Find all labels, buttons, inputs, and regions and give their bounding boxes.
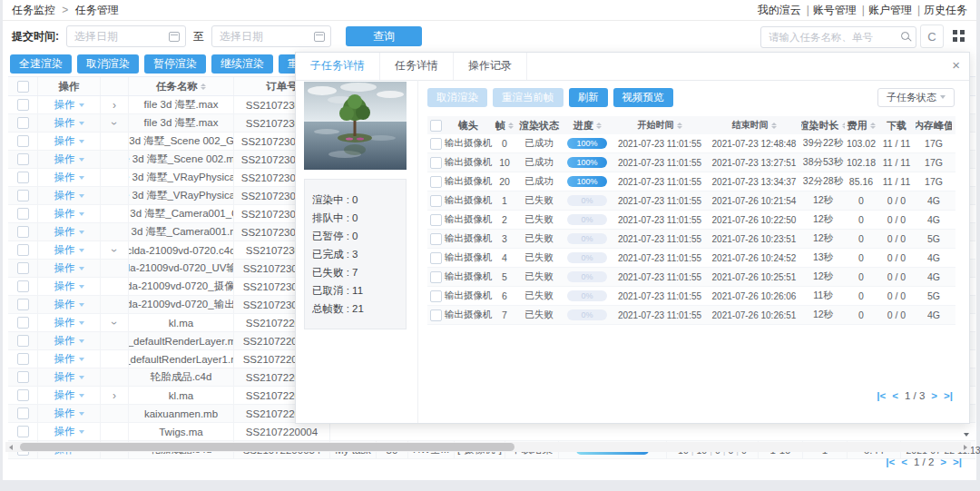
refresh-subtasks-button[interactable]: 刷新 [569,88,608,107]
tab-1[interactable]: 子任务详情 [296,53,380,80]
scrollbar-thumb[interactable] [20,443,514,451]
row-checkbox[interactable] [430,309,442,321]
sort-icon[interactable] [870,123,876,129]
task-row[interactable]: 操作Twigs.maSS2107220004 [8,423,975,441]
action-button-3[interactable]: 暂停渲染 [144,54,206,74]
last-page-icon[interactable]: >| [944,390,953,401]
operation-dropdown[interactable]: 操作 [54,152,84,166]
expand-icon[interactable]: › [108,122,121,125]
row-checkbox[interactable] [17,226,29,238]
row-checkbox[interactable] [17,244,29,256]
sort-icon[interactable] [596,123,602,129]
tab-2[interactable]: 任务详情 [380,53,454,80]
row-checkbox[interactable] [17,389,29,401]
calendar-icon[interactable] [314,32,325,42]
operation-dropdown[interactable]: 操作 [54,334,84,348]
select-all-checkbox[interactable] [17,81,29,93]
row-checkbox[interactable] [430,233,442,245]
operation-dropdown[interactable]: 操作 [54,280,84,293]
top-link-1[interactable]: 我的渲云 [758,3,801,18]
next-page-icon[interactable]: > [931,390,937,401]
row-checkbox[interactable] [17,99,29,111]
top-link-3[interactable]: 账户管理 [868,3,912,18]
subtask-row[interactable]: 输出摄像机20已成功100%2021-07-23 11:01:552021-07… [427,172,956,191]
next-page-icon[interactable]: > [940,457,946,467]
row-checkbox[interactable] [430,252,442,264]
operation-dropdown[interactable]: 操作 [54,425,84,438]
row-checkbox[interactable] [17,208,29,220]
query-button[interactable]: 查询 [346,26,422,46]
action-button-1[interactable]: 全速渲染 [10,54,72,74]
operation-dropdown[interactable]: 操作 [54,98,84,112]
sort-icon[interactable] [771,123,777,129]
row-checkbox[interactable] [430,138,442,150]
operation-dropdown[interactable]: 操作 [54,370,84,384]
action-button-2[interactable]: 取消渲染 [77,54,139,74]
subtask-row[interactable]: 输出摄像机4已失败0%2021-07-23 11:01:552021-07-26… [427,249,956,268]
subtask-row[interactable]: 输出摄像机6已失败0%2021-07-23 11:01:552021-07-26… [427,287,956,306]
row-checkbox[interactable] [430,271,442,283]
expand-icon[interactable]: › [108,321,121,325]
row-checkbox[interactable] [430,195,442,207]
expand-icon[interactable]: › [108,249,121,252]
operation-dropdown[interactable]: 操作 [54,171,84,184]
row-checkbox[interactable] [17,153,29,165]
calendar-icon[interactable] [169,32,180,42]
subtask-row[interactable]: 输出摄像机3已失败0%2021-07-23 11:01:552021-07-26… [427,230,956,249]
grid-view-icon[interactable] [947,25,969,46]
operation-dropdown[interactable]: 操作 [54,116,84,130]
select-all-checkbox[interactable] [430,120,442,132]
subtask-row[interactable]: 输出摄像机2已失败0%2021-07-23 11:01:552021-07-26… [427,211,956,230]
render-preview-thumbnail[interactable] [304,82,407,170]
expand-icon[interactable]: › [113,389,116,402]
prev-page-icon[interactable]: < [892,390,898,401]
breadcrumb-root[interactable]: 任务监控 [12,4,55,16]
scroll-right-icon[interactable] [964,445,967,450]
row-checkbox[interactable] [17,117,29,129]
first-page-icon[interactable]: |< [886,457,895,467]
tab-3[interactable]: 操作记录 [454,53,527,80]
expand-icon[interactable]: › [113,99,116,112]
row-checkbox[interactable] [17,299,29,310]
operation-dropdown[interactable]: 操作 [54,134,84,148]
search-input[interactable] [760,26,916,48]
search-icon[interactable] [901,32,909,40]
row-checkbox[interactable] [430,176,442,188]
row-checkbox[interactable] [17,353,29,365]
scroll-down-icon[interactable] [964,433,969,437]
row-checkbox[interactable] [17,371,29,383]
top-link-4[interactable]: 历史任务 [924,3,967,18]
row-checkbox[interactable] [17,172,29,183]
row-checkbox[interactable] [17,280,29,292]
operation-dropdown[interactable]: 操作 [54,298,84,311]
subtask-row[interactable]: 输出摄像机10已成功100%2021-07-23 11:01:552021-07… [427,153,956,172]
scroll-left-icon[interactable] [9,445,13,450]
operation-dropdown[interactable]: 操作 [54,225,84,239]
operation-dropdown[interactable]: 操作 [54,243,84,257]
operation-dropdown[interactable]: 操作 [54,388,84,402]
row-checkbox[interactable] [17,190,29,201]
operation-dropdown[interactable]: 操作 [54,189,84,202]
row-checkbox[interactable] [430,157,442,169]
operation-dropdown[interactable]: 操作 [54,316,84,329]
row-checkbox[interactable] [17,135,29,147]
action-button-4[interactable]: 继续渲染 [211,54,273,74]
operation-dropdown[interactable]: 操作 [54,352,84,366]
row-checkbox[interactable] [17,335,29,347]
last-page-icon[interactable]: >| [953,457,962,467]
subtask-row[interactable]: 输出摄像机0已成功100%2021-07-23 11:01:552021-07-… [427,134,956,153]
refresh-button[interactable]: C [920,25,944,48]
subtask-row[interactable]: 输出摄像机7已失败0%2021-07-23 11:01:552021-07-26… [427,306,956,325]
operation-dropdown[interactable]: 操作 [54,261,84,275]
operation-dropdown[interactable]: 操作 [54,407,84,420]
video-preview-button[interactable]: 视频预览 [613,88,673,107]
prev-page-icon[interactable]: < [901,457,907,467]
operation-dropdown[interactable]: 操作 [54,207,84,221]
subtask-state-filter-button[interactable]: 子任务状态 [877,88,955,107]
top-link-2[interactable]: 账号管理 [813,3,857,18]
subtask-row[interactable]: 输出摄像机1已失败0%2021-07-23 11:01:552021-07-26… [427,191,956,211]
first-page-icon[interactable]: |< [877,390,886,401]
sort-icon[interactable] [201,83,206,90]
row-checkbox[interactable] [430,290,442,302]
horizontal-scrollbar[interactable] [5,442,971,452]
